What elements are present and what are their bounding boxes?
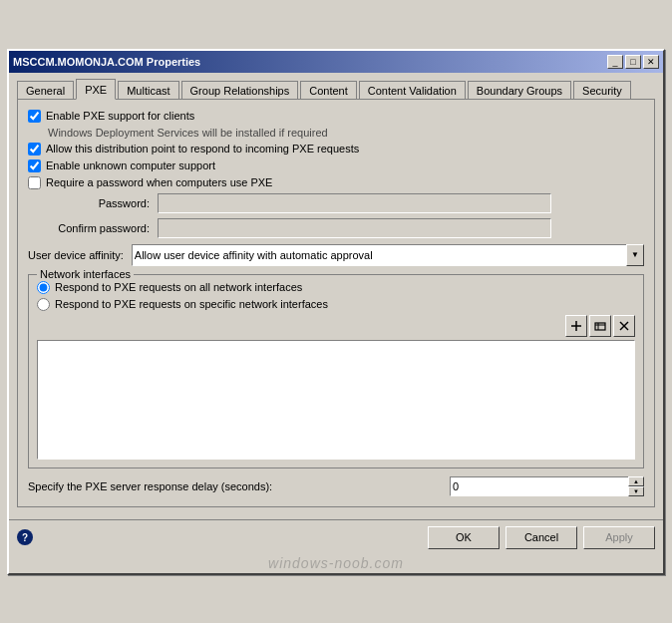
enable-pxe-label: Enable PXE support for clients (46, 110, 194, 122)
enable-pxe-checkbox[interactable] (28, 110, 41, 123)
spin-up-button[interactable]: ▲ (628, 476, 644, 486)
password-field-row: Password: (38, 193, 644, 213)
tab-boundary-groups[interactable]: Boundary Groups (468, 81, 571, 100)
tab-group-relationships[interactable]: Group Relationships (181, 81, 299, 100)
pxe-tab-panel: Enable PXE support for clients Windows D… (17, 99, 655, 507)
respond-all-row: Respond to PXE requests on all network i… (37, 281, 635, 294)
title-bar-controls: _ □ ✕ (607, 55, 659, 69)
ok-button[interactable]: OK (428, 526, 500, 549)
respond-specific-label: Respond to PXE requests on specific netw… (55, 298, 328, 310)
add-interface-button[interactable] (565, 315, 587, 337)
delete-icon (618, 320, 630, 332)
title-bar: MSCCM.MOMONJA.COM Properties _ □ ✕ (9, 51, 663, 73)
network-list[interactable] (37, 340, 635, 460)
maximize-button[interactable]: □ (625, 55, 641, 69)
network-interfaces-group: Network interfaces Respond to PXE reques… (28, 274, 644, 468)
delay-row: Specify the PXE server response delay (s… (28, 476, 644, 496)
allow-incoming-checkbox[interactable] (28, 143, 41, 156)
require-password-checkbox[interactable] (28, 176, 41, 189)
spin-down-button[interactable]: ▼ (628, 486, 644, 496)
tab-multicast[interactable]: Multicast (118, 81, 178, 100)
confirm-password-label: Confirm password: (38, 222, 158, 234)
enable-unknown-row: Enable unknown computer support (28, 159, 644, 172)
allow-incoming-label: Allow this distribution point to respond… (46, 143, 359, 155)
minimize-button[interactable]: _ (607, 55, 623, 69)
delete-interface-button[interactable] (613, 315, 635, 337)
network-toolbar (37, 315, 635, 337)
affinity-select[interactable]: Allow user device affinity with automati… (132, 244, 644, 266)
wds-note: Windows Deployment Services will be inst… (48, 127, 644, 139)
close-button[interactable]: ✕ (643, 55, 659, 69)
require-password-row: Require a password when computers use PX… (28, 176, 644, 189)
watermark: windows-noob.com (9, 553, 663, 573)
network-interfaces-label: Network interfaces (37, 268, 134, 280)
require-password-label: Require a password when computers use PX… (46, 176, 272, 188)
delay-spin-wrapper: ▲ ▼ (450, 476, 644, 496)
confirm-password-field-row: Confirm password: (38, 218, 644, 238)
tab-bar: General PXE Multicast Group Relationship… (17, 79, 655, 100)
respond-all-radio[interactable] (37, 281, 50, 294)
password-label: Password: (38, 197, 158, 209)
enable-unknown-checkbox[interactable] (28, 159, 41, 172)
help-button[interactable]: ? (17, 529, 33, 545)
apply-button[interactable]: Apply (583, 526, 655, 549)
confirm-password-input[interactable] (158, 218, 551, 238)
affinity-label: User device affinity: (28, 249, 124, 261)
allow-incoming-row: Allow this distribution point to respond… (28, 143, 644, 156)
edit-interface-button[interactable] (589, 315, 611, 337)
edit-icon (594, 320, 606, 332)
affinity-row: User device affinity: Allow user device … (28, 244, 644, 266)
tab-general[interactable]: General (17, 81, 74, 100)
svg-rect-2 (595, 323, 605, 330)
window-content: General PXE Multicast Group Relationship… (9, 73, 663, 515)
respond-specific-radio[interactable] (37, 298, 50, 311)
delay-label: Specify the PXE server response delay (s… (28, 480, 450, 492)
cancel-button[interactable]: Cancel (505, 526, 577, 549)
tab-security[interactable]: Security (573, 81, 631, 100)
enable-pxe-row: Enable PXE support for clients (28, 110, 644, 123)
respond-specific-row: Respond to PXE requests on specific netw… (37, 298, 635, 311)
tab-pxe[interactable]: PXE (76, 79, 116, 100)
tab-content-validation[interactable]: Content Validation (359, 81, 466, 100)
window-title: MSCCM.MOMONJA.COM Properties (13, 56, 200, 68)
delay-input[interactable] (450, 476, 644, 496)
bottom-bar: ? OK Cancel Apply (9, 519, 663, 553)
affinity-select-wrapper: Allow user device affinity with automati… (132, 244, 644, 266)
spin-buttons: ▲ ▼ (628, 476, 644, 496)
password-input[interactable] (158, 193, 551, 213)
respond-all-label: Respond to PXE requests on all network i… (55, 281, 302, 293)
add-icon (570, 320, 582, 332)
tab-content[interactable]: Content (300, 81, 357, 100)
dialog-buttons: OK Cancel Apply (428, 526, 655, 549)
enable-unknown-label: Enable unknown computer support (46, 159, 215, 171)
properties-dialog: MSCCM.MOMONJA.COM Properties _ □ ✕ Gener… (7, 49, 665, 575)
